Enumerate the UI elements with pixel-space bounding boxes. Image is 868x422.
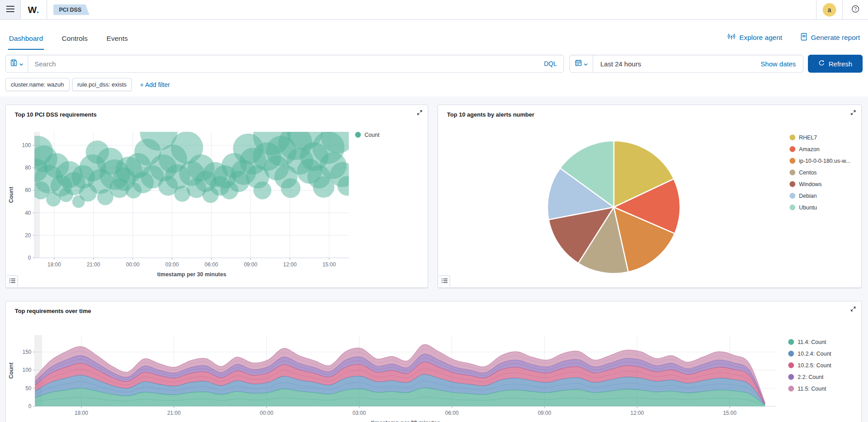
- time-range-value[interactable]: Last 24 hours: [593, 60, 648, 68]
- svg-text:Count: Count: [8, 362, 14, 379]
- svg-text:0: 0: [28, 255, 31, 261]
- legend-color-dot: [788, 374, 794, 380]
- stacked-area-chart: 05010015018:0021:0000:0003:0006:0009:001…: [6, 301, 861, 422]
- top-bar-right: a ?: [816, 0, 868, 19]
- legend-label: Windows: [799, 181, 822, 187]
- chart-legend: RHEL7Amazonip-10-0-0-180.us-w...CentosWi…: [790, 134, 851, 215]
- svg-text:12:00: 12:00: [283, 261, 297, 268]
- legend-color-dot: [790, 193, 795, 199]
- avatar[interactable]: a: [823, 3, 836, 17]
- help-button[interactable]: ?: [843, 0, 868, 19]
- legend-color-dot: [790, 181, 795, 187]
- document-icon: [800, 33, 807, 43]
- legend-toggle-button[interactable]: [7, 275, 18, 287]
- legend-label: 10.2.5: Count: [798, 362, 831, 369]
- refresh-button[interactable]: Refresh: [808, 55, 863, 73]
- generate-report-button[interactable]: Generate report: [800, 33, 860, 43]
- divider: [47, 0, 47, 19]
- svg-text:12:00: 12:00: [630, 410, 644, 416]
- svg-text:21:00: 21:00: [167, 410, 181, 416]
- legend-item[interactable]: Debian: [790, 192, 851, 200]
- svg-text:03:00: 03:00: [352, 410, 366, 416]
- divider: [816, 0, 816, 19]
- search-input[interactable]: [28, 60, 537, 68]
- svg-text:03:00: 03:00: [165, 261, 179, 268]
- legend-item[interactable]: 10.2.4: Count: [788, 350, 831, 357]
- list-icon: [9, 278, 15, 285]
- show-dates-link[interactable]: Show dates: [761, 60, 803, 68]
- svg-text:00:00: 00:00: [260, 410, 273, 416]
- date-picker: Last 24 hours Show dates: [569, 55, 803, 73]
- legend-color-dot: [788, 362, 794, 368]
- query-language-button[interactable]: DQL: [537, 60, 564, 67]
- svg-text:100: 100: [22, 367, 31, 373]
- legend-label: Centos: [799, 170, 817, 176]
- svg-text:50: 50: [26, 385, 32, 392]
- legend-color-dot: [790, 135, 795, 140]
- legend-color-dot: [790, 158, 795, 164]
- svg-text:06:00: 06:00: [204, 261, 218, 268]
- legend-label: 10.2.4: Count: [798, 351, 831, 357]
- wazuh-logo[interactable]: W.: [28, 4, 39, 15]
- svg-text:18:00: 18:00: [48, 261, 61, 268]
- date-quick-select-button[interactable]: [570, 55, 593, 72]
- legend-item[interactable]: 11.4: Count: [788, 338, 831, 346]
- legend-label: Debian: [799, 193, 817, 199]
- search-box: DQL: [5, 55, 564, 73]
- search-row: DQL Last 24 hours Show dates: [5, 55, 863, 73]
- chart-legend: 11.4: Count10.2.4: Count10.2.5: Count2.2…: [788, 338, 831, 396]
- legend-color-dot: [788, 339, 794, 345]
- svg-text:?: ?: [854, 7, 857, 12]
- legend-item[interactable]: Ubuntu: [790, 204, 851, 211]
- tab-events[interactable]: Events: [106, 35, 129, 50]
- legend-item[interactable]: 11.5: Count: [788, 385, 831, 392]
- legend-item[interactable]: ip-10-0-0-180.us-w...: [790, 157, 851, 165]
- save-icon: [10, 59, 17, 68]
- tab-controls[interactable]: Controls: [61, 35, 89, 50]
- legend-item[interactable]: Amazon: [790, 145, 851, 153]
- tab-dashboard[interactable]: Dashboard: [8, 35, 44, 50]
- svg-text:timestamp per 30 minutes: timestamp per 30 minutes: [371, 420, 440, 422]
- legend-toggle-button[interactable]: [439, 275, 450, 287]
- legend-color-dot: [788, 386, 794, 392]
- legend-label: RHEL7: [799, 135, 817, 141]
- legend-item[interactable]: 2.2: Count: [788, 373, 831, 381]
- saved-queries-button[interactable]: [6, 55, 28, 72]
- svg-text:09:00: 09:00: [244, 261, 257, 268]
- panel-top-requirements-over-time: Top requirements over time 05010015018:0…: [5, 301, 862, 422]
- legend-color-dot: [355, 132, 361, 138]
- legend-item[interactable]: Centos: [790, 169, 851, 176]
- broadcast-icon: [727, 33, 736, 43]
- legend-item[interactable]: RHEL7: [790, 134, 851, 141]
- legend-label: 11.4: Count: [798, 339, 826, 345]
- filter-pill[interactable]: rule.pci_dss: exists: [72, 78, 132, 91]
- svg-text:21:00: 21:00: [87, 261, 100, 268]
- chevron-down-icon: [19, 60, 23, 68]
- breadcrumb[interactable]: PCI DSS: [53, 4, 90, 15]
- panel-top-10-agents-by-alerts: Top 10 agents by alerts number RHEL7Amaz…: [438, 104, 862, 288]
- legend-label: Amazon: [799, 146, 820, 152]
- svg-text:Count: Count: [8, 187, 14, 203]
- explore-agent-button[interactable]: Explore agent: [727, 33, 782, 43]
- filter-pill[interactable]: cluster.name: wazuh: [5, 78, 69, 91]
- chart-legend: Count: [355, 131, 379, 143]
- menu-button[interactable]: [0, 0, 21, 19]
- legend-item[interactable]: Count: [355, 131, 379, 139]
- filter-row: cluster.name: wazuh rule.pci_dss: exists…: [5, 78, 170, 91]
- hamburger-icon: [6, 6, 14, 13]
- svg-text:80: 80: [25, 165, 31, 171]
- calendar-icon: [575, 59, 582, 68]
- add-filter-link[interactable]: + Add filter: [140, 81, 170, 88]
- svg-text:40: 40: [25, 210, 31, 216]
- legend-color-dot: [788, 351, 794, 357]
- tab-actions: Explore agent Generate report: [727, 33, 860, 50]
- svg-text:60: 60: [25, 187, 31, 193]
- svg-text:timestamp per 30 minutes: timestamp per 30 minutes: [157, 271, 226, 278]
- help-icon: ?: [851, 5, 859, 14]
- svg-text:06:00: 06:00: [445, 410, 459, 416]
- legend-color-dot: [790, 146, 795, 152]
- legend-label: Ubuntu: [799, 204, 817, 211]
- legend-label: 11.5: Count: [798, 386, 826, 392]
- legend-item[interactable]: 10.2.5: Count: [788, 361, 831, 369]
- legend-item[interactable]: Windows: [790, 180, 851, 188]
